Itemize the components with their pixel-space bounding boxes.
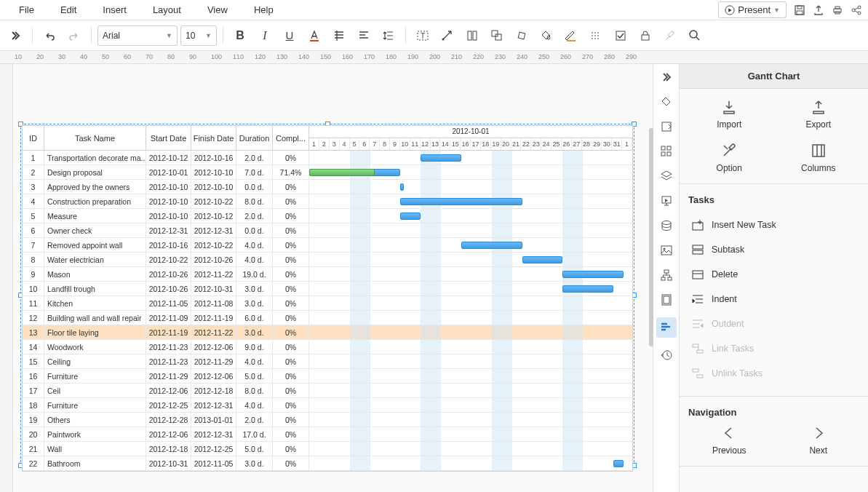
cell-duration[interactable]: 0.0 d. — [236, 223, 273, 237]
distribute-button[interactable] — [461, 25, 483, 47]
cell-finish[interactable]: 2013-01-01 — [191, 413, 236, 426]
gantt-row[interactable]: 1 Transportation decorate ma... 2012-10-… — [23, 151, 632, 165]
cell-duration[interactable]: 3.0 d. — [236, 296, 273, 310]
subtask-button[interactable]: Subtask — [688, 237, 859, 262]
cell-complete[interactable]: 0% — [273, 296, 309, 310]
cell-finish[interactable]: 2012-10-10 — [191, 180, 236, 194]
cell-name[interactable]: Furniture — [44, 398, 146, 412]
cell-finish[interactable]: 2012-10-26 — [191, 253, 236, 266]
cell-complete[interactable]: 0% — [273, 442, 309, 456]
cell-start[interactable]: 2012-11-23 — [146, 340, 191, 354]
cell-name[interactable]: Kitchen — [44, 296, 146, 310]
hierarchy-panel-icon[interactable] — [659, 268, 674, 282]
tools-button[interactable] — [659, 25, 681, 47]
cell-finish[interactable]: 2012-11-05 — [191, 456, 236, 470]
gantt-bar[interactable] — [400, 198, 522, 205]
cell-complete[interactable]: 0% — [273, 238, 309, 252]
cell-name[interactable]: Mason — [44, 267, 146, 281]
gantt-row[interactable]: 4 Construction preparation 2012-10-10 20… — [23, 194, 632, 209]
cell-finish[interactable]: 2012-11-29 — [191, 354, 236, 368]
cell-finish[interactable]: 2012-12-25 — [191, 442, 236, 456]
cell-complete[interactable]: 0% — [273, 151, 309, 164]
cell-start[interactable]: 2012-12-06 — [146, 427, 191, 441]
line-style-button[interactable] — [585, 25, 607, 47]
header-duration[interactable]: Duration — [236, 126, 273, 150]
delete-task-button[interactable]: Delete — [688, 262, 859, 287]
cell-finish[interactable]: 2012-10-22 — [191, 194, 236, 208]
cell-finish[interactable]: 2012-12-31 — [191, 398, 236, 412]
gantt-timeline-cell[interactable] — [309, 354, 632, 368]
header-name[interactable]: Task Name — [44, 126, 146, 150]
gantt-row[interactable]: 8 Water electrician 2012-10-22 2012-10-2… — [23, 253, 632, 267]
cell-name[interactable]: Measure — [44, 209, 146, 223]
cell-duration[interactable]: 4.0 d. — [236, 253, 273, 266]
gantt-bar[interactable] — [421, 154, 461, 162]
gantt-bar[interactable] — [562, 285, 613, 293]
cell-complete[interactable]: 0% — [273, 427, 309, 441]
fill-panel-icon[interactable] — [659, 95, 674, 109]
gantt-row[interactable]: 19 Others 2012-12-28 2013-01-01 2.0 d. 0… — [23, 413, 632, 427]
cell-duration[interactable]: 4.0 d. — [236, 398, 273, 412]
cell-name[interactable]: Landfill trough — [44, 282, 146, 295]
cell-complete[interactable]: 0% — [273, 398, 309, 412]
gantt-timeline-cell[interactable] — [309, 325, 632, 339]
cell-name[interactable]: Woodwork — [44, 340, 146, 354]
gantt-row[interactable]: 6 Owner check 2012-12-31 2012-12-31 0.0 … — [23, 223, 632, 238]
cell-name[interactable]: Floor tile laying — [44, 325, 146, 339]
gantt-timeline-cell[interactable] — [309, 296, 632, 310]
expand-toolbar-button[interactable] — [4, 25, 26, 47]
connector-button[interactable] — [437, 25, 458, 47]
cell-start[interactable]: 2012-10-10 — [146, 180, 191, 194]
line-spacing-button[interactable] — [378, 25, 399, 47]
cell-finish[interactable]: 2012-12-06 — [191, 340, 236, 354]
insert-task-button[interactable]: Insert New Task — [688, 213, 859, 237]
cell-start[interactable]: 2012-11-19 — [146, 325, 191, 339]
indent-button[interactable]: Indent — [688, 287, 859, 312]
gantt-row[interactable]: 3 Approved by the owners 2012-10-10 2012… — [23, 180, 632, 194]
line-color-button[interactable] — [560, 25, 582, 47]
cell-duration[interactable]: 0.0 d. — [236, 180, 273, 194]
cell-duration[interactable]: 9.0 d. — [236, 340, 273, 354]
cell-finish[interactable]: 2012-10-12 — [191, 209, 236, 223]
gantt-timeline-cell[interactable] — [309, 427, 632, 441]
cell-complete[interactable]: 0% — [273, 267, 309, 281]
history-panel-icon[interactable] — [659, 348, 674, 362]
rotate-button[interactable] — [511, 25, 533, 47]
cell-start[interactable]: 2012-10-26 — [146, 267, 191, 281]
italic-button[interactable]: I — [254, 25, 276, 47]
cell-duration[interactable]: 17.0 d. — [236, 427, 273, 441]
cell-start[interactable]: 2012-12-28 — [146, 413, 191, 426]
cell-duration[interactable]: 7.0 d. — [236, 165, 273, 179]
cell-start[interactable]: 2012-12-18 — [146, 442, 191, 456]
expand-panel-icon[interactable] — [659, 70, 674, 84]
export-button[interactable]: Export — [778, 99, 860, 130]
cell-finish[interactable]: 2012-12-18 — [191, 384, 236, 397]
gantt-chart[interactable]: ID Task Name Start Date Finish Date Dura… — [22, 125, 633, 472]
share-icon[interactable] — [851, 4, 862, 16]
gantt-row[interactable]: 14 Woodwork 2012-11-23 2012-12-06 9.0 d.… — [23, 340, 632, 354]
gantt-row[interactable]: 17 Ceil 2012-12-06 2012-12-18 8.0 d. 0% — [23, 384, 632, 398]
bold-button[interactable]: B — [229, 25, 251, 47]
cell-name[interactable]: Ceiling — [44, 354, 146, 368]
gantt-row[interactable]: 10 Landfill trough 2012-10-26 2012-10-31… — [23, 282, 632, 296]
cell-name[interactable]: Approved by the owners — [44, 180, 146, 194]
gantt-bar[interactable] — [400, 183, 403, 191]
cell-complete[interactable]: 0% — [273, 194, 309, 208]
cell-start[interactable]: 2012-12-25 — [146, 398, 191, 412]
gantt-timeline-cell[interactable] — [309, 238, 632, 252]
cell-name[interactable]: Furniture — [44, 369, 146, 383]
text-box-button[interactable]: T — [412, 25, 434, 47]
unlink-tasks-button[interactable]: Unlink Tasks — [688, 361, 859, 386]
gantt-timeline-cell[interactable] — [309, 398, 632, 412]
cell-name[interactable]: Building wall and wall repair — [44, 311, 146, 325]
cell-start[interactable]: 2012-10-16 — [146, 238, 191, 252]
cell-duration[interactable]: 3.0 d. — [236, 282, 273, 295]
cell-duration[interactable]: 19.0 d. — [236, 267, 273, 281]
cell-complete[interactable]: 0% — [273, 223, 309, 237]
cell-start[interactable]: 2012-10-10 — [146, 194, 191, 208]
gantt-row[interactable]: 7 Removed appoint wall 2012-10-16 2012-1… — [23, 238, 632, 253]
cell-duration[interactable]: 2.0 d. — [236, 151, 273, 164]
next-button[interactable]: Next — [778, 425, 860, 456]
cell-start[interactable]: 2012-10-31 — [146, 456, 191, 470]
export-icon[interactable] — [813, 4, 824, 16]
